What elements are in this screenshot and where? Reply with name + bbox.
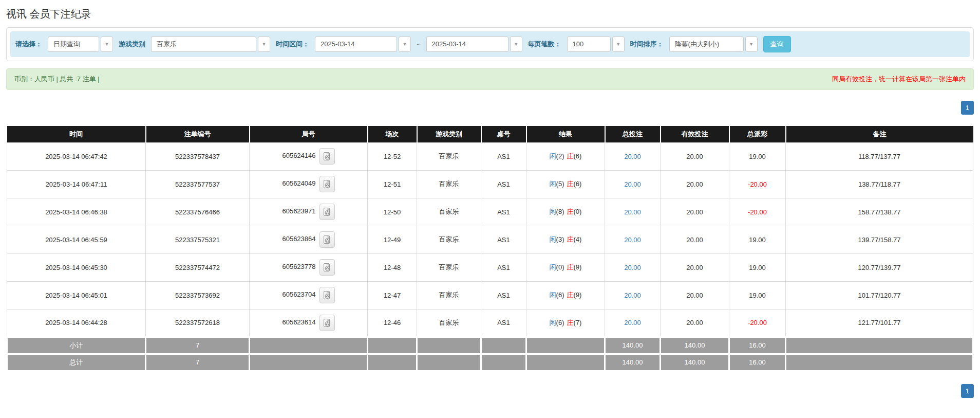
table-no-cell: AS1 (481, 170, 526, 198)
column-header: 总派彩 (729, 126, 786, 142)
video-replay-button[interactable] (319, 231, 335, 248)
player-result-label: 闲 (550, 291, 556, 299)
round-id-cell: 605624146 (250, 142, 368, 170)
video-replay-button[interactable] (319, 148, 335, 165)
time-cell: 2025-03-14 06:46:38 (7, 198, 146, 226)
time-range-label: 时间区间： (276, 40, 309, 49)
round-id: 605623778 (282, 263, 315, 270)
round-id-cell: 605623864 (250, 226, 368, 253)
page-size-value[interactable]: 100 (567, 37, 611, 52)
column-header: 时间 (7, 126, 146, 142)
valid-bet-cell: 20.00 (661, 226, 729, 253)
round-id: 605624146 (282, 152, 315, 159)
date-from-value[interactable]: 2025-03-14 (315, 37, 397, 52)
page-1-button[interactable]: 1 (961, 101, 974, 115)
date-from-select[interactable]: 2025-03-14 ▼ (315, 37, 411, 52)
note-cell: 158.77/138.77 (786, 198, 973, 226)
result-cell: 闲(0)庄(9) (526, 253, 605, 281)
player-result-value: (5) (556, 180, 564, 188)
subtotal-row: 小计 7 140.00 140.00 16.00 (7, 337, 973, 354)
column-header: 结果 (526, 126, 605, 142)
sort-order-value[interactable]: 降冪(由大到小) (669, 37, 744, 52)
payout-cell: 19.00 (729, 281, 786, 309)
chevron-down-icon[interactable]: ▼ (612, 37, 625, 52)
chevron-down-icon[interactable]: ▼ (745, 37, 758, 52)
page-1-button[interactable]: 1 (961, 384, 974, 398)
sort-order-label: 时间排序： (630, 40, 664, 49)
column-header: 桌号 (481, 126, 526, 142)
chevron-down-icon[interactable]: ▼ (101, 37, 113, 52)
banker-result-value: (7) (574, 319, 582, 326)
table-no-cell: AS1 (481, 142, 526, 170)
query-type-select[interactable]: 日期查询 ▼ (48, 37, 113, 52)
session-cell: 12-48 (368, 253, 417, 281)
date-to-value[interactable]: 2025-03-14 (426, 37, 508, 52)
bet-id-cell: 522337573692 (146, 281, 250, 309)
bet-id-cell: 522337574472 (146, 253, 250, 281)
total-bet-cell[interactable]: 20.00 (605, 281, 661, 309)
note-cell: 139.77/158.77 (786, 226, 973, 253)
page-title: 视讯 会员下注纪录 (6, 7, 974, 21)
search-button[interactable]: 查询 (763, 36, 791, 52)
total-bet-cell[interactable]: 20.00 (605, 198, 661, 226)
chevron-down-icon[interactable]: ▼ (510, 37, 522, 52)
video-replay-button[interactable] (319, 315, 335, 331)
table-row: 2025-03-14 06:45:01 522337573692 6056237… (7, 281, 973, 309)
player-result-label: 闲 (550, 180, 556, 188)
player-result-label: 闲 (550, 152, 556, 160)
total-bet-cell[interactable]: 20.00 (605, 226, 661, 253)
date-to-select[interactable]: 2025-03-14 ▼ (426, 37, 522, 52)
time-cell: 2025-03-14 06:44:28 (7, 309, 146, 337)
player-result-label: 闲 (550, 263, 556, 271)
video-replay-button[interactable] (319, 259, 335, 276)
payout-cell: 19.00 (729, 142, 786, 170)
query-type-value[interactable]: 日期查询 (48, 37, 99, 52)
summary-bar: 币别：人民币 | 总共 :7 注单 | 同局有效投注，统一计算在该局第一张注单内 (6, 68, 974, 90)
game-type-value[interactable]: 百家乐 (151, 37, 256, 52)
result-cell: 闲(5)庄(6) (526, 170, 605, 198)
time-cell: 2025-03-14 06:45:01 (7, 281, 146, 309)
subtotal-valid-bet: 140.00 (661, 337, 729, 354)
payout-cell: -20.00 (729, 309, 786, 337)
table-row: 2025-03-14 06:45:30 522337574472 6056237… (7, 253, 973, 281)
round-id: 605623704 (282, 290, 315, 298)
game-type-cell: 百家乐 (417, 281, 481, 309)
subtotal-count: 7 (146, 337, 250, 354)
total-bet-cell[interactable]: 20.00 (605, 309, 661, 337)
table-row: 2025-03-14 06:45:59 522337575321 6056238… (7, 226, 973, 253)
banker-result-label: 庄 (567, 263, 574, 271)
total-payout: 16.00 (729, 354, 786, 371)
total-bet-cell[interactable]: 20.00 (605, 253, 661, 281)
game-type-cell: 百家乐 (417, 170, 481, 198)
pagination-bottom: 1 (6, 384, 974, 398)
table-no-cell: AS1 (481, 198, 526, 226)
chevron-down-icon[interactable]: ▼ (258, 37, 270, 52)
total-bet-cell[interactable]: 20.00 (605, 170, 661, 198)
sort-order-select[interactable]: 降冪(由大到小) ▼ (669, 37, 758, 52)
total-label: 总计 (7, 354, 146, 371)
query-type-label: 请选择： (15, 40, 42, 49)
bet-id-cell: 522337576466 (146, 198, 250, 226)
table-row: 2025-03-14 06:46:38 522337576466 6056239… (7, 198, 973, 226)
video-replay-button[interactable] (319, 176, 335, 192)
column-header: 有效投注 (661, 126, 729, 142)
banker-result-label: 庄 (567, 180, 574, 188)
column-header: 备注 (786, 126, 973, 142)
subtotal-label: 小计 (7, 337, 146, 354)
session-cell: 12-49 (368, 226, 417, 253)
valid-bet-cell: 20.00 (661, 281, 729, 309)
pagination-top: 1 (6, 101, 974, 115)
bet-id-cell: 522337575321 (146, 226, 250, 253)
player-result-value: (8) (556, 208, 564, 215)
page-size-select[interactable]: 100 ▼ (567, 37, 625, 52)
round-id: 605623614 (282, 318, 315, 326)
game-type-select[interactable]: 百家乐 ▼ (151, 37, 270, 52)
video-replay-button[interactable] (319, 204, 335, 220)
total-valid-bet: 140.00 (661, 354, 729, 371)
chevron-down-icon[interactable]: ▼ (399, 37, 411, 52)
table-no-cell: AS1 (481, 309, 526, 337)
video-replay-button[interactable] (319, 287, 335, 303)
player-result-value: (6) (556, 319, 564, 326)
page: 视讯 会员下注纪录 请选择： 日期查询 ▼ 游戏类别 百家乐 ▼ 时间区间： 2… (0, 0, 980, 398)
total-bet-cell[interactable]: 20.00 (605, 142, 661, 170)
